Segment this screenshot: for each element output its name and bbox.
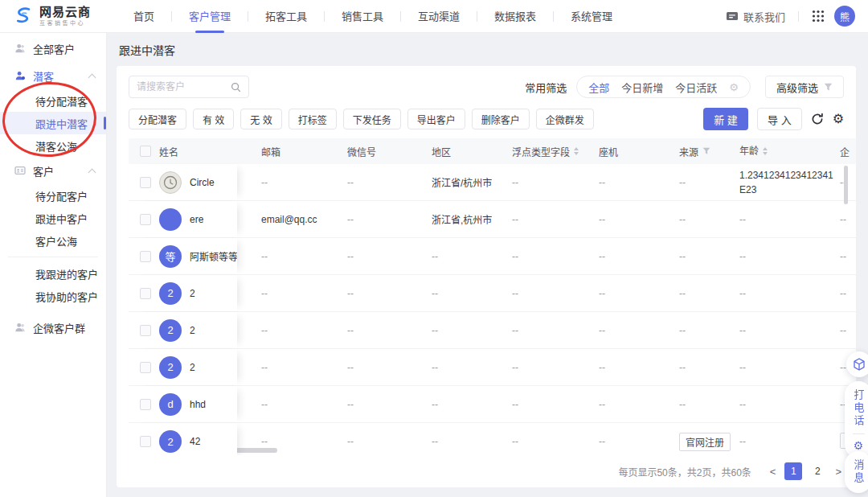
- customer-name[interactable]: ere: [190, 214, 203, 225]
- cube-icon: [853, 358, 866, 371]
- assign-leads-button[interactable]: 分配潜客: [129, 109, 186, 129]
- advanced-filter-label: 高级筛选: [776, 80, 818, 95]
- nav-item-sales-tools[interactable]: 销售工具: [342, 0, 383, 33]
- cell-age: --: [739, 360, 840, 375]
- advanced-filter-button[interactable]: 高级筛选: [765, 76, 844, 98]
- message-label: 消息: [854, 459, 864, 485]
- customer-name[interactable]: hhd: [190, 399, 206, 410]
- row-checkbox[interactable]: [140, 177, 151, 188]
- table-row[interactable]: 2 2 -- -- -- -- -- -- -- --: [129, 275, 856, 312]
- table-row[interactable]: 2 2 -- -- -- -- -- -- -- --: [129, 312, 856, 349]
- row-checkbox[interactable]: [140, 399, 151, 410]
- nav-item-home[interactable]: 首页: [133, 0, 154, 33]
- quick-filter-new-today[interactable]: 今日新增: [621, 80, 663, 95]
- sort-icon[interactable]: [574, 147, 579, 155]
- select-all-checkbox[interactable]: [140, 146, 151, 157]
- filter-funnel-icon[interactable]: [702, 147, 710, 155]
- row-checkbox[interactable]: [140, 251, 151, 262]
- sidebar-item-customers-pool[interactable]: 客户公海: [0, 229, 106, 252]
- call-settings-gear-icon[interactable]: ⚙: [854, 440, 864, 451]
- nav-item-channels[interactable]: 互动渠道: [418, 0, 460, 33]
- prev-page-button[interactable]: <: [768, 466, 779, 478]
- nav-item-reports[interactable]: 数据报表: [494, 0, 536, 33]
- row-checkbox[interactable]: [140, 288, 151, 299]
- dispatch-task-button[interactable]: 下发任务: [343, 109, 401, 129]
- cell-region: --: [432, 325, 512, 336]
- search-input[interactable]: [137, 81, 231, 92]
- brand-name: 网易云商: [39, 6, 91, 19]
- contact-us-button[interactable]: 联系我们: [726, 9, 785, 24]
- page-button-1[interactable]: 1: [784, 462, 802, 480]
- table-row[interactable]: 等 阿斯顿等等 -- -- -- -- -- -- -- --: [129, 238, 856, 275]
- refresh-icon[interactable]: [811, 113, 824, 125]
- nav-item-lead-tools[interactable]: 拓客工具: [265, 0, 307, 33]
- sidebar-item-following-customers[interactable]: 跟进中客户: [0, 207, 106, 229]
- export-customers-button[interactable]: 导出客户: [407, 109, 465, 129]
- tag-button[interactable]: 打标签: [289, 109, 337, 129]
- customer-name[interactable]: 2: [190, 362, 195, 373]
- vertical-scrollbar[interactable]: [844, 166, 848, 204]
- row-checkbox[interactable]: [140, 214, 151, 225]
- chevron-up-icon: [88, 168, 96, 176]
- row-checkbox[interactable]: [140, 436, 151, 447]
- nav-item-customer-management[interactable]: 客户管理: [189, 0, 231, 33]
- next-page-button[interactable]: >: [833, 466, 844, 478]
- mark-invalid-button[interactable]: 无 效: [240, 109, 281, 129]
- sidebar-item-leads-pool[interactable]: 潜客公海: [0, 134, 106, 157]
- table-row[interactable]: Circle -- -- 浙江省/杭州市 -- -- -- 1.23412341…: [129, 164, 856, 201]
- sidebar-item-label: 跟进中客户: [35, 211, 88, 226]
- floating-call-button[interactable]: 打电话 ⚙: [845, 381, 868, 458]
- import-button[interactable]: 导 入: [757, 108, 802, 130]
- quick-filter-label: 常用筛选: [525, 80, 567, 95]
- delete-customers-button[interactable]: 删除客户: [472, 109, 530, 129]
- user-avatar[interactable]: 熊: [834, 6, 855, 27]
- pagination: 每页显示50条，共2页，共60条 < 1 2 >: [129, 455, 844, 487]
- sort-icon[interactable]: [763, 147, 768, 155]
- cell-source: --: [679, 399, 739, 410]
- customer-name[interactable]: Circle: [190, 177, 215, 188]
- sidebar-item-my-following[interactable]: 我跟进的客户: [0, 262, 106, 285]
- search-icon[interactable]: [231, 82, 241, 92]
- customer-name[interactable]: 2: [190, 325, 195, 336]
- wecom-mass-send-button[interactable]: 企微群发: [536, 109, 594, 129]
- sidebar-item-unassigned-leads[interactable]: 待分配潜客: [0, 89, 106, 112]
- app-grid-icon[interactable]: [812, 10, 825, 23]
- customer-name[interactable]: 阿斯顿等等: [190, 249, 237, 263]
- table-settings-gear-icon[interactable]: ⚙: [833, 113, 844, 125]
- call-label: 打电话: [854, 389, 864, 428]
- floating-message-button[interactable]: 消息: [845, 451, 868, 493]
- nav-item-system[interactable]: 系统管理: [571, 0, 612, 33]
- cell-age: --: [739, 286, 840, 301]
- customer-name[interactable]: 2: [190, 288, 195, 299]
- quick-filter-active-today[interactable]: 今日活跃: [675, 80, 717, 95]
- cell-age: --: [739, 249, 840, 264]
- cell-source: --: [679, 325, 739, 336]
- sidebar-item-wecom-groups[interactable]: 企微客户群: [0, 314, 106, 341]
- sidebar-item-all-customers[interactable]: 全部客户: [0, 35, 106, 62]
- cell-age: --: [739, 397, 840, 412]
- sidebar-group-leads[interactable]: 潜客: [0, 62, 106, 89]
- sidebar-item-following-leads[interactable]: 跟进中潜客: [0, 112, 106, 134]
- mark-valid-button[interactable]: 有 效: [193, 109, 234, 129]
- column-header-email: 邮箱: [261, 145, 347, 158]
- sidebar-group-customers[interactable]: 客户: [0, 157, 106, 184]
- sidebar-item-unassigned-customers[interactable]: 待分配客户: [0, 184, 106, 207]
- quick-filter-group: 全部 今日新增 今日活跃 ⚙: [576, 76, 751, 98]
- table-row[interactable]: 2 2 -- -- -- -- -- -- -- --: [129, 349, 856, 386]
- table-row[interactable]: ere email@qq.cc -- 浙江省,杭州市 -- -- -- -- -…: [129, 201, 856, 238]
- customer-name[interactable]: 42: [190, 436, 200, 447]
- brand-logo[interactable]: 网易云商 互客销售中心: [13, 6, 108, 27]
- cell-region: --: [432, 251, 512, 262]
- table-row[interactable]: d hhd -- -- -- -- -- -- -- --: [129, 386, 856, 423]
- row-checkbox[interactable]: [140, 325, 151, 336]
- row-checkbox[interactable]: [140, 362, 151, 373]
- create-button[interactable]: 新 建: [703, 108, 748, 130]
- column-header-age: 年龄: [739, 144, 840, 158]
- floating-apps-button[interactable]: [846, 351, 868, 377]
- cell-wechat: --: [347, 288, 432, 299]
- page-button-2[interactable]: 2: [809, 462, 826, 480]
- customer-search-box: [129, 76, 249, 98]
- sidebar-item-my-assisting[interactable]: 我协助的客户: [0, 285, 106, 307]
- quick-filter-all[interactable]: 全部: [588, 80, 609, 95]
- quick-filter-gear-icon[interactable]: ⚙: [729, 82, 739, 92]
